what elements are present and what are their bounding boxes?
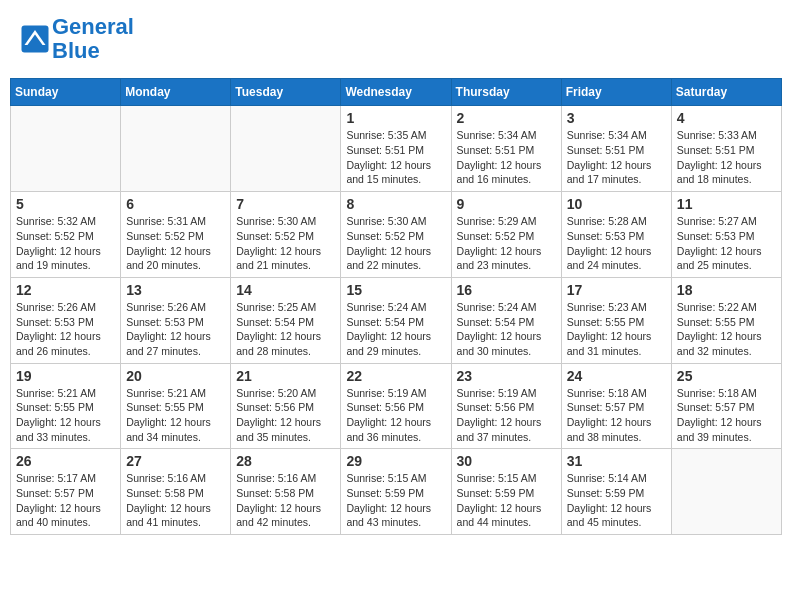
weekday-header: Saturday	[671, 79, 781, 106]
day-number: 16	[457, 282, 556, 298]
calendar-cell: 10Sunrise: 5:28 AMSunset: 5:53 PMDayligh…	[561, 192, 671, 278]
day-info: Sunrise: 5:23 AMSunset: 5:55 PMDaylight:…	[567, 300, 666, 359]
calendar-cell: 7Sunrise: 5:30 AMSunset: 5:52 PMDaylight…	[231, 192, 341, 278]
day-number: 8	[346, 196, 445, 212]
day-info: Sunrise: 5:14 AMSunset: 5:59 PMDaylight:…	[567, 471, 666, 530]
calendar-cell: 13Sunrise: 5:26 AMSunset: 5:53 PMDayligh…	[121, 277, 231, 363]
calendar-cell: 23Sunrise: 5:19 AMSunset: 5:56 PMDayligh…	[451, 363, 561, 449]
calendar-cell: 27Sunrise: 5:16 AMSunset: 5:58 PMDayligh…	[121, 449, 231, 535]
day-info: Sunrise: 5:33 AMSunset: 5:51 PMDaylight:…	[677, 128, 776, 187]
calendar-cell	[671, 449, 781, 535]
calendar-cell: 30Sunrise: 5:15 AMSunset: 5:59 PMDayligh…	[451, 449, 561, 535]
calendar-cell: 31Sunrise: 5:14 AMSunset: 5:59 PMDayligh…	[561, 449, 671, 535]
calendar-cell: 26Sunrise: 5:17 AMSunset: 5:57 PMDayligh…	[11, 449, 121, 535]
day-info: Sunrise: 5:32 AMSunset: 5:52 PMDaylight:…	[16, 214, 115, 273]
day-number: 7	[236, 196, 335, 212]
weekday-header: Wednesday	[341, 79, 451, 106]
day-info: Sunrise: 5:15 AMSunset: 5:59 PMDaylight:…	[346, 471, 445, 530]
day-info: Sunrise: 5:28 AMSunset: 5:53 PMDaylight:…	[567, 214, 666, 273]
day-info: Sunrise: 5:22 AMSunset: 5:55 PMDaylight:…	[677, 300, 776, 359]
calendar-cell: 22Sunrise: 5:19 AMSunset: 5:56 PMDayligh…	[341, 363, 451, 449]
day-info: Sunrise: 5:19 AMSunset: 5:56 PMDaylight:…	[346, 386, 445, 445]
weekday-header: Thursday	[451, 79, 561, 106]
day-number: 28	[236, 453, 335, 469]
page-header: General Blue	[10, 10, 782, 68]
weekday-header: Sunday	[11, 79, 121, 106]
day-number: 9	[457, 196, 556, 212]
weekday-header: Tuesday	[231, 79, 341, 106]
day-info: Sunrise: 5:31 AMSunset: 5:52 PMDaylight:…	[126, 214, 225, 273]
day-number: 29	[346, 453, 445, 469]
day-number: 2	[457, 110, 556, 126]
calendar-cell	[231, 106, 341, 192]
day-info: Sunrise: 5:26 AMSunset: 5:53 PMDaylight:…	[16, 300, 115, 359]
calendar-cell: 17Sunrise: 5:23 AMSunset: 5:55 PMDayligh…	[561, 277, 671, 363]
day-number: 3	[567, 110, 666, 126]
day-number: 4	[677, 110, 776, 126]
day-info: Sunrise: 5:30 AMSunset: 5:52 PMDaylight:…	[346, 214, 445, 273]
day-info: Sunrise: 5:16 AMSunset: 5:58 PMDaylight:…	[236, 471, 335, 530]
calendar-cell: 16Sunrise: 5:24 AMSunset: 5:54 PMDayligh…	[451, 277, 561, 363]
calendar-cell: 21Sunrise: 5:20 AMSunset: 5:56 PMDayligh…	[231, 363, 341, 449]
day-number: 22	[346, 368, 445, 384]
calendar-cell: 5Sunrise: 5:32 AMSunset: 5:52 PMDaylight…	[11, 192, 121, 278]
calendar-cell: 9Sunrise: 5:29 AMSunset: 5:52 PMDaylight…	[451, 192, 561, 278]
calendar-cell: 24Sunrise: 5:18 AMSunset: 5:57 PMDayligh…	[561, 363, 671, 449]
day-info: Sunrise: 5:21 AMSunset: 5:55 PMDaylight:…	[16, 386, 115, 445]
calendar-cell: 18Sunrise: 5:22 AMSunset: 5:55 PMDayligh…	[671, 277, 781, 363]
day-info: Sunrise: 5:29 AMSunset: 5:52 PMDaylight:…	[457, 214, 556, 273]
calendar-cell: 3Sunrise: 5:34 AMSunset: 5:51 PMDaylight…	[561, 106, 671, 192]
day-number: 27	[126, 453, 225, 469]
weekday-header: Monday	[121, 79, 231, 106]
calendar-cell: 14Sunrise: 5:25 AMSunset: 5:54 PMDayligh…	[231, 277, 341, 363]
day-number: 23	[457, 368, 556, 384]
day-number: 19	[16, 368, 115, 384]
calendar-cell: 19Sunrise: 5:21 AMSunset: 5:55 PMDayligh…	[11, 363, 121, 449]
calendar-cell: 12Sunrise: 5:26 AMSunset: 5:53 PMDayligh…	[11, 277, 121, 363]
day-info: Sunrise: 5:25 AMSunset: 5:54 PMDaylight:…	[236, 300, 335, 359]
calendar-cell: 6Sunrise: 5:31 AMSunset: 5:52 PMDaylight…	[121, 192, 231, 278]
day-number: 21	[236, 368, 335, 384]
calendar-cell: 11Sunrise: 5:27 AMSunset: 5:53 PMDayligh…	[671, 192, 781, 278]
calendar-cell: 25Sunrise: 5:18 AMSunset: 5:57 PMDayligh…	[671, 363, 781, 449]
day-number: 30	[457, 453, 556, 469]
day-info: Sunrise: 5:26 AMSunset: 5:53 PMDaylight:…	[126, 300, 225, 359]
day-info: Sunrise: 5:30 AMSunset: 5:52 PMDaylight:…	[236, 214, 335, 273]
calendar-cell: 4Sunrise: 5:33 AMSunset: 5:51 PMDaylight…	[671, 106, 781, 192]
day-number: 17	[567, 282, 666, 298]
day-number: 12	[16, 282, 115, 298]
day-number: 18	[677, 282, 776, 298]
day-number: 13	[126, 282, 225, 298]
day-info: Sunrise: 5:20 AMSunset: 5:56 PMDaylight:…	[236, 386, 335, 445]
day-info: Sunrise: 5:15 AMSunset: 5:59 PMDaylight:…	[457, 471, 556, 530]
day-info: Sunrise: 5:27 AMSunset: 5:53 PMDaylight:…	[677, 214, 776, 273]
day-number: 25	[677, 368, 776, 384]
day-info: Sunrise: 5:18 AMSunset: 5:57 PMDaylight:…	[567, 386, 666, 445]
day-info: Sunrise: 5:19 AMSunset: 5:56 PMDaylight:…	[457, 386, 556, 445]
day-number: 14	[236, 282, 335, 298]
day-number: 15	[346, 282, 445, 298]
calendar-cell	[121, 106, 231, 192]
day-info: Sunrise: 5:18 AMSunset: 5:57 PMDaylight:…	[677, 386, 776, 445]
logo: General Blue	[20, 15, 134, 63]
day-info: Sunrise: 5:24 AMSunset: 5:54 PMDaylight:…	[346, 300, 445, 359]
day-info: Sunrise: 5:21 AMSunset: 5:55 PMDaylight:…	[126, 386, 225, 445]
weekday-header: Friday	[561, 79, 671, 106]
calendar-cell: 15Sunrise: 5:24 AMSunset: 5:54 PMDayligh…	[341, 277, 451, 363]
calendar: SundayMondayTuesdayWednesdayThursdayFrid…	[10, 78, 782, 535]
day-number: 10	[567, 196, 666, 212]
day-info: Sunrise: 5:24 AMSunset: 5:54 PMDaylight:…	[457, 300, 556, 359]
day-info: Sunrise: 5:17 AMSunset: 5:57 PMDaylight:…	[16, 471, 115, 530]
calendar-cell: 29Sunrise: 5:15 AMSunset: 5:59 PMDayligh…	[341, 449, 451, 535]
logo-text: General Blue	[52, 15, 134, 63]
day-info: Sunrise: 5:34 AMSunset: 5:51 PMDaylight:…	[457, 128, 556, 187]
day-number: 1	[346, 110, 445, 126]
calendar-cell: 1Sunrise: 5:35 AMSunset: 5:51 PMDaylight…	[341, 106, 451, 192]
day-number: 20	[126, 368, 225, 384]
day-number: 11	[677, 196, 776, 212]
logo-icon	[20, 24, 50, 54]
day-number: 5	[16, 196, 115, 212]
day-number: 26	[16, 453, 115, 469]
calendar-cell: 20Sunrise: 5:21 AMSunset: 5:55 PMDayligh…	[121, 363, 231, 449]
calendar-cell: 28Sunrise: 5:16 AMSunset: 5:58 PMDayligh…	[231, 449, 341, 535]
